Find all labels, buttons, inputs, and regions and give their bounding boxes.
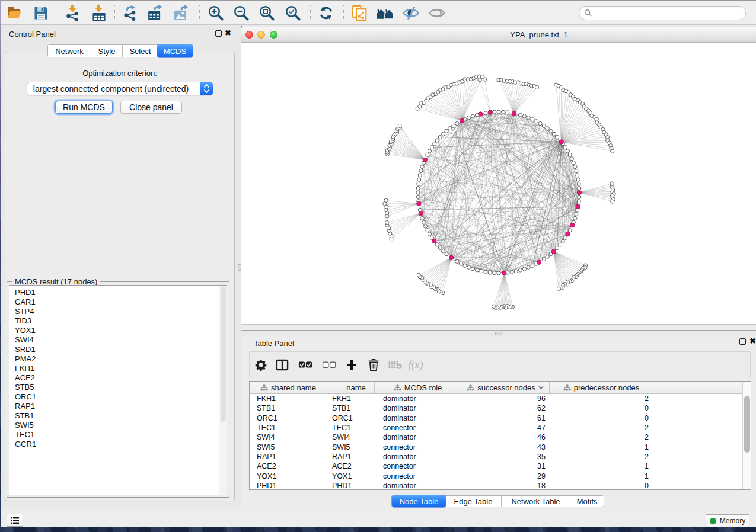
table-cell: YOX1 (250, 471, 327, 480)
mcds-result-item[interactable]: TID3 (15, 316, 36, 326)
minimize-window-icon[interactable] (257, 31, 265, 39)
close-window-icon[interactable] (245, 31, 253, 39)
run-mcds-button[interactable]: Run MCDS (55, 101, 113, 114)
export-table-icon (146, 4, 164, 22)
mcds-result-item[interactable]: ACE2 (15, 373, 36, 383)
column-header[interactable]: shared name (250, 382, 327, 393)
mcds-result-item[interactable]: SRD1 (15, 345, 36, 354)
import-table-button[interactable] (88, 3, 110, 23)
save-session-button[interactable] (30, 3, 52, 23)
show-all-button[interactable] (426, 3, 448, 23)
show-panels-button[interactable] (7, 514, 23, 527)
column-header[interactable]: MCDS role (375, 382, 461, 393)
table-cell: RAP1 (327, 452, 375, 462)
table-row[interactable]: ORC1ORC1dominator610 (250, 414, 743, 423)
result-scrollbar-thumb[interactable] (221, 287, 226, 422)
table-panel-title: Table Panel (254, 339, 294, 348)
zoom-in-button[interactable] (205, 3, 227, 23)
table-settings-button[interactable] (251, 355, 271, 375)
table-panel-tab[interactable]: Edge Table (445, 496, 501, 507)
control-panel-tab[interactable]: Select (122, 45, 158, 57)
memory-button[interactable]: Memory (706, 514, 749, 527)
mcds-result-item[interactable]: FKH1 (15, 364, 36, 373)
select-all-columns-button[interactable] (295, 355, 315, 375)
open-folder-icon (6, 4, 24, 22)
float-table-panel-icon[interactable] (739, 338, 746, 345)
horizontal-splitter-grip[interactable] (495, 332, 502, 335)
table-row[interactable]: ACE2ACE2connector311 (250, 462, 743, 471)
mcds-result-item[interactable]: STP4 (15, 307, 36, 316)
table-cell: SWI5 (327, 443, 375, 452)
sort-descending-icon (538, 386, 544, 389)
mcds-result-item[interactable]: PHD1 (15, 288, 36, 297)
control-panel-tab[interactable]: Style (91, 45, 122, 57)
mcds-result-item[interactable]: STB1 (15, 411, 36, 421)
export-image-button[interactable] (170, 3, 193, 23)
table-cell: 0 (550, 414, 653, 423)
table-row[interactable]: SWI5SWI5connector431 (250, 443, 743, 452)
mcds-result-list[interactable]: PHD1CAR1STP4TID3YOX1SWI4SRD1PMA2FKH1ACE2… (9, 285, 227, 495)
export-table-button[interactable] (144, 3, 167, 23)
maximize-window-icon[interactable] (270, 31, 277, 39)
search-field[interactable] (579, 6, 746, 20)
unselect-all-columns-button[interactable] (319, 355, 339, 375)
control-panel-tab[interactable]: Network (48, 45, 91, 57)
table-panel-tab[interactable]: Node Table (392, 495, 446, 507)
column-header[interactable]: successor nodes (461, 382, 550, 393)
table-row[interactable]: STB1STB1dominator620 (250, 403, 743, 413)
close-table-panel-icon[interactable]: ✖ (749, 337, 756, 345)
table-row[interactable]: YOX1YOX1connector291 (250, 471, 743, 480)
show-columns-button[interactable] (272, 355, 292, 375)
create-column-button[interactable] (342, 355, 362, 375)
zoom-fit-button[interactable] (256, 3, 278, 23)
column-header[interactable]: name (327, 382, 375, 393)
apply-layout-button[interactable] (315, 3, 337, 23)
mcds-result-item[interactable]: STB5 (15, 383, 36, 392)
mcds-result-item[interactable]: ORC1 (15, 392, 36, 402)
table-scrollbar-thumb[interactable] (744, 396, 750, 453)
export-network-button[interactable] (119, 3, 141, 23)
criterion-select[interactable]: largest connected component (undirected) (27, 82, 213, 95)
network-canvas[interactable] (241, 43, 755, 325)
table-panel-tab[interactable]: Network Table (501, 496, 570, 507)
table-row[interactable]: PHD1PHD1dominator180 (250, 481, 743, 491)
open-session-button[interactable] (4, 3, 26, 23)
float-panel-icon[interactable] (215, 30, 222, 37)
table-scrollbar[interactable] (742, 382, 751, 489)
mcds-result-item[interactable]: YOX1 (15, 326, 36, 335)
table-row[interactable]: RAP1RAP1dominator352 (250, 452, 743, 462)
mcds-result-item[interactable]: GCR1 (15, 440, 36, 449)
mcds-result-item[interactable]: PMA2 (15, 354, 36, 364)
hide-selected-button[interactable] (400, 3, 422, 23)
column-header[interactable]: predecessor nodes (550, 382, 653, 393)
delete-columns-button[interactable] (363, 355, 384, 375)
table-row[interactable]: FKH1FKH1dominator962 (250, 394, 743, 403)
horizontal-splitter[interactable] (241, 331, 756, 336)
home-button[interactable] (374, 3, 397, 23)
mcds-result-item[interactable]: SWI4 (15, 335, 36, 345)
mcds-result-item[interactable]: CAR1 (15, 297, 36, 307)
memory-label: Memory (720, 517, 745, 525)
function-builder-button[interactable]: f(x) (406, 355, 426, 375)
import-network-button[interactable] (62, 3, 84, 23)
table-row[interactable]: SWI4SWI4dominator462 (250, 432, 743, 442)
delete-table-button[interactable] (385, 355, 406, 375)
network-frame-titlebar[interactable]: YPA_prune.txt_1 (241, 27, 756, 43)
table-cell: 2 (550, 394, 653, 403)
mcds-result-item[interactable]: RAP1 (15, 402, 36, 411)
close-panel-icon[interactable]: ✖ (225, 29, 231, 37)
houses-icon (376, 4, 395, 23)
mcds-result-item[interactable]: TEC1 (15, 430, 36, 440)
close-panel-button[interactable]: Close panel (120, 101, 182, 114)
zoom-out-button[interactable] (230, 3, 253, 23)
control-panel-tab[interactable]: MCDS (157, 44, 193, 57)
network-overview-button[interactable] (348, 3, 371, 23)
result-list-scrollbar[interactable] (219, 286, 227, 495)
gear-icon (254, 358, 267, 371)
zoom-selected-button[interactable] (282, 3, 304, 23)
mcds-result-item[interactable]: SWI5 (15, 421, 36, 430)
table-row[interactable]: TEC1TEC1connector472 (250, 423, 743, 432)
search-input[interactable] (592, 9, 729, 18)
table-panel-tab[interactable]: Motifs (570, 496, 604, 507)
import-network-icon (64, 4, 82, 22)
